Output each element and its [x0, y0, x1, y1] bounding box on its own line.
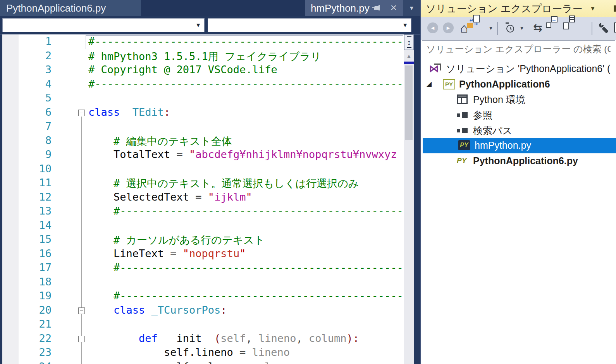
line-number: 11: [19, 177, 52, 189]
line-number: 18: [19, 276, 52, 288]
tab-pythonapplication6-py[interactable]: PythonApplication6.py: [0, 0, 141, 16]
pin-icon[interactable]: [372, 5, 380, 11]
code-editor[interactable]: 1#--------------------------------------…: [0, 34, 420, 364]
tab-list-chevron-down-icon[interactable]: ▼: [403, 0, 420, 16]
search-input[interactable]: [422, 40, 615, 58]
line-number: 19: [19, 290, 52, 302]
solution-explorer-panel: ソリューション エクスプローラー ▼ ◄ ► ⌂ ➜↵ ▼ ▼ ⇆: [420, 0, 616, 364]
chevron-down-icon[interactable]: ▼: [519, 22, 525, 34]
solution-explorer-toolbar: ◄ ► ⌂ ➜↵ ▼ ▼ ⇆: [421, 17, 616, 40]
member-dropdown[interactable]: ▼: [208, 18, 411, 32]
line-number: 15: [19, 233, 52, 245]
tab-label: PythonApplication6.py: [6, 2, 106, 14]
code-line[interactable]: 18: [0, 276, 404, 290]
tree-item--[interactable]: 参照: [421, 108, 616, 122]
code-line[interactable]: 4#--------------------------------------…: [0, 78, 404, 92]
code-line[interactable]: 13#-------------------------------------…: [0, 205, 404, 219]
code-line[interactable]: 7: [0, 120, 404, 134]
tree-item-label: 参照: [473, 108, 492, 122]
line-number: 2: [19, 50, 52, 62]
scope-dropdown[interactable]: ▼: [2, 18, 205, 32]
expander-icon[interactable]: ◢: [427, 77, 432, 91]
line-number: 1: [19, 35, 52, 47]
tree-item-label: PythonApplication6.py: [473, 153, 578, 168]
tree-item-python-[interactable]: Python 環境: [421, 92, 616, 107]
tree-item--[interactable]: 検索パス: [421, 123, 616, 138]
reference-icon: [457, 128, 468, 134]
code-line[interactable]: 11# 選択中のテキスト。通常選択もしくは行選択のみ: [0, 177, 404, 191]
panel-menu-chevron-down-icon[interactable]: ▼: [587, 0, 599, 17]
chevron-down-icon[interactable]: ▼: [402, 19, 408, 32]
code-line[interactable]: 20class _TCursorPos:: [0, 304, 404, 318]
line-number: 13: [19, 205, 52, 217]
line-number: 3: [19, 64, 52, 76]
refresh-icon[interactable]: ⇆: [532, 22, 544, 34]
code-line[interactable]: 15# カーソルがある行のテキスト: [0, 233, 404, 247]
line-number: 4: [19, 78, 52, 90]
toolbar-separator: [497, 22, 498, 35]
line-number: 12: [19, 191, 52, 203]
code-line[interactable]: 24self.column = column: [0, 361, 404, 364]
code-line[interactable]: 19#-------------------------------------…: [0, 290, 404, 304]
code-line[interactable]: 23self.lineno = lineno: [0, 346, 404, 361]
vertical-scrollbar[interactable]: ↕ ▲: [404, 34, 414, 364]
tree-item--pythonapplication6-[interactable]: ソリューション 'PythonApplication6' (: [421, 61, 616, 76]
visual-studio-window: PythonApplication6.py hmPython.py × ▼ ▼ …: [0, 0, 616, 364]
tree-item-label: PythonApplication6: [459, 77, 550, 91]
line-number: 24: [19, 361, 52, 364]
code-line[interactable]: 21: [0, 318, 404, 332]
scroll-up-arrow-icon[interactable]: ▲: [404, 52, 414, 60]
tree-item-label: ソリューション 'PythonApplication6' (: [446, 61, 610, 76]
reference-icon: [457, 112, 468, 118]
line-number: 22: [19, 332, 52, 344]
panel-title: ソリューション エクスプローラー: [426, 3, 583, 14]
code-line[interactable]: 6class _TEdit:: [0, 106, 404, 120]
tab-hmpython-py[interactable]: hmPython.py ×: [305, 0, 403, 16]
chevron-down-icon[interactable]: ▼: [195, 19, 201, 32]
py-file-icon: PY: [458, 140, 470, 150]
line-number: 7: [19, 120, 52, 132]
line-number: 23: [19, 346, 52, 358]
toolbar-separator: [592, 22, 592, 35]
tree-item-label: hmPython.py: [475, 138, 531, 153]
line-number: 20: [19, 304, 52, 316]
line-number: 21: [19, 318, 52, 330]
code-line[interactable]: 2# hmPython3 1.5.5.1用 フェイクライブラリ: [0, 50, 404, 64]
code-line[interactable]: 14: [0, 219, 404, 234]
code-line[interactable]: 5: [0, 92, 404, 106]
code-line[interactable]: 3# Copyright @ 2017 VSCode.life: [0, 64, 404, 78]
code-line[interactable]: 17#-------------------------------------…: [0, 261, 404, 276]
chevron-down-icon[interactable]: ▼: [488, 22, 494, 34]
code-line[interactable]: 8# 編集中のテキスト全体: [0, 134, 404, 149]
line-number: 8: [19, 134, 52, 146]
forward-icon[interactable]: ►: [443, 22, 454, 33]
code-line[interactable]: 16LineText = "nopqrstu": [0, 247, 404, 262]
scrollbar-thumb[interactable]: [405, 65, 413, 140]
tree-item-pythonapplication6-py[interactable]: PYPythonApplication6.py: [421, 153, 616, 168]
code-line[interactable]: 1#--------------------------------------…: [0, 35, 404, 50]
line-number: 10: [19, 163, 52, 175]
code-line[interactable]: 10: [0, 163, 404, 177]
tree-item-pythonapplication6[interactable]: ◢PYPythonApplication6: [421, 77, 616, 91]
code-line[interactable]: 12SelectedText = "ijklm": [0, 191, 404, 205]
caret-position-marker: [404, 62, 414, 64]
line-number: 5: [19, 92, 52, 104]
back-icon[interactable]: ◄: [427, 22, 438, 33]
line-number: 9: [19, 148, 52, 160]
py-file-icon: PY: [457, 156, 468, 166]
document-tab-bar: PythonApplication6.py hmPython.py × ▼: [0, 0, 420, 16]
solution-explorer-title[interactable]: ソリューション エクスプローラー ▼: [421, 0, 616, 17]
fold-toggle-minus-icon[interactable]: [78, 336, 85, 342]
editor-navigation-bar: ▼ ▼: [0, 16, 420, 34]
code-line[interactable]: 9TotalText = "abcdefg¥nhijklmn¥nopqrstu¥…: [0, 148, 404, 163]
line-number: 16: [19, 247, 52, 259]
close-icon[interactable]: ×: [387, 0, 401, 16]
code-line[interactable]: 22def __init__(self, lineno, column):: [0, 332, 404, 347]
tree-item-label: Python 環境: [473, 92, 525, 107]
code-lines[interactable]: 1#--------------------------------------…: [0, 34, 404, 364]
solution-explorer-search: [422, 40, 615, 58]
fold-toggle-minus-icon[interactable]: [78, 110, 85, 116]
fold-toggle-minus-icon[interactable]: [78, 307, 85, 314]
split-window-handle[interactable]: ↕: [404, 34, 414, 50]
tree-item-hmpython-py[interactable]: PYhmPython.py: [423, 138, 616, 153]
